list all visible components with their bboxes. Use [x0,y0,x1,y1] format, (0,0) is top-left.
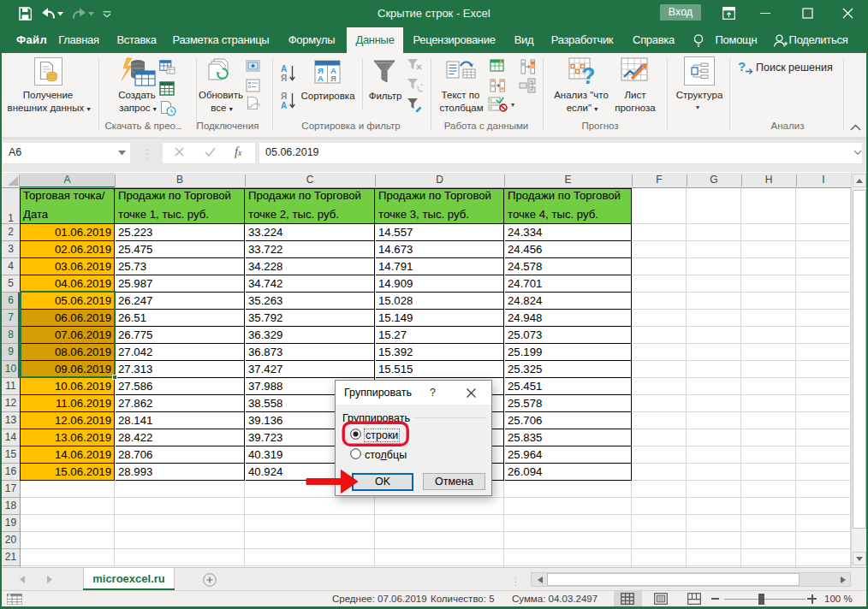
svg-text:Я: Я [330,74,336,83]
svg-text:?: ? [581,63,596,86]
svg-text:А: А [281,101,287,110]
svg-text:А: А [281,64,287,74]
svg-text:А: А [318,74,324,83]
svg-text:Я: Я [281,74,287,83]
svg-text:?: ? [738,60,746,74]
